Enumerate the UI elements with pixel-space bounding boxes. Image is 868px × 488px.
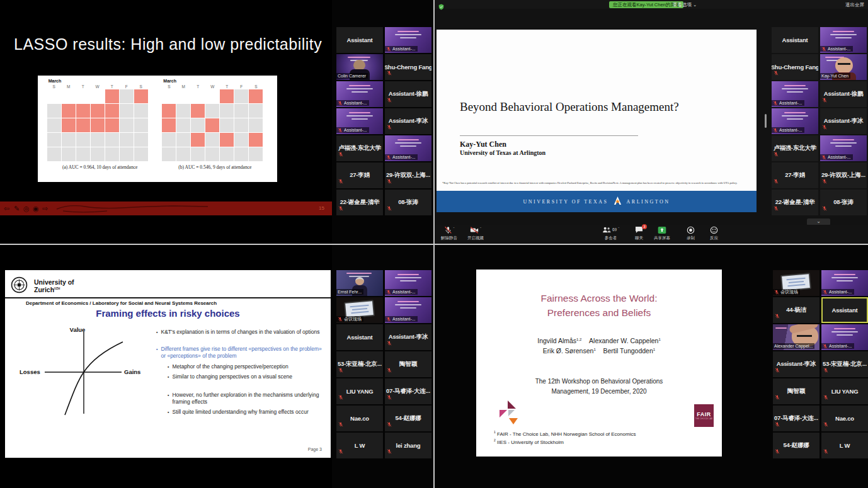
participant-tile[interactable]: Nae.co — [336, 406, 383, 431]
participant-strip: AssistantAssistant-...Colin CamererShu-C… — [336, 27, 431, 215]
calendar-cell-absent — [249, 147, 263, 161]
bullet-text: Metaphor of the changing perspective/per… — [172, 363, 288, 370]
participant-tile[interactable]: 53-宋亚楠-北京... — [336, 351, 383, 377]
participant-name: 08-张涛 — [385, 190, 431, 215]
participant-name: lei zhang — [385, 433, 431, 458]
calendar-month-label: March — [163, 79, 268, 83]
participant-tile[interactable]: 22-谢金星-清华 — [336, 190, 383, 215]
participant-tile[interactable]: Assistant — [336, 324, 383, 350]
participant-tile[interactable]: Assistant-李冰 — [820, 108, 867, 134]
participant-tile[interactable]: Assistant-李冰 — [385, 108, 431, 134]
participant-tile[interactable]: 卢福强-东北大学 — [336, 135, 383, 161]
mic-muted-indicator — [774, 175, 779, 186]
bullet-text: However, no further exploration in the m… — [172, 392, 326, 406]
chevron-up-icon[interactable]: ˆ — [480, 226, 481, 231]
mic-muted-indicator — [775, 391, 780, 402]
mic-muted-icon — [386, 317, 391, 322]
participant-tile[interactable]: Assistant — [336, 27, 383, 53]
calendar-cell-absent — [62, 147, 76, 161]
calendar-cell-attended — [162, 118, 176, 132]
participant-tile[interactable]: Assistant-... — [336, 108, 383, 134]
participant-tile[interactable]: L W — [821, 433, 868, 458]
arrow-left-icon: ⇦ — [4, 204, 9, 213]
mic-muted-icon — [387, 449, 392, 454]
participant-tile[interactable]: Assistant-... — [821, 270, 868, 296]
participant-tile[interactable]: 会议现场 — [336, 297, 383, 323]
participant-tile[interactable]: Shu-Cherng Fang — [385, 54, 431, 80]
participant-tile[interactable]: Assistant-... — [385, 270, 431, 296]
slide-affiliation: University of Texas at Arlington — [460, 149, 545, 156]
participant-name: Assistant-... — [392, 46, 416, 52]
mic-muted-icon — [386, 290, 391, 295]
participant-tile[interactable]: Shu-Cherng Fang — [772, 54, 818, 80]
participant-tile[interactable]: Assistant-... — [336, 81, 383, 107]
participant-tile[interactable]: Assistant-... — [385, 27, 431, 53]
participant-tile[interactable]: Assistant-... — [772, 81, 818, 107]
participant-name: Shu-Cherng Fang — [385, 54, 431, 80]
calendar-cell-empty — [191, 89, 205, 103]
participant-tile[interactable]: Alexander Cappel... — [773, 324, 819, 350]
panel-scrollbar[interactable] — [765, 114, 767, 128]
toolbar-chat-button[interactable]: 3聊天 — [635, 226, 643, 241]
participant-tile[interactable]: 54-赵娜娜 — [385, 406, 431, 431]
participant-tile[interactable]: Assistant-... — [385, 297, 431, 323]
participant-tile[interactable]: 29-许双双-上海... — [385, 162, 431, 188]
participant-tile[interactable]: 53-宋亚楠-北京... — [821, 351, 868, 377]
participant-tile[interactable]: Assistant-... — [821, 324, 868, 350]
participant-tile[interactable]: 08-张涛 — [820, 190, 867, 215]
record-icon — [687, 226, 695, 235]
participant-tile[interactable]: Assistant-李冰 — [385, 324, 431, 350]
view-options-menu[interactable]: 查看选项 ⌄ — [673, 2, 697, 8]
chevron-up-icon[interactable]: ˆ — [454, 226, 455, 231]
chevron-up-icon[interactable]: ˆ — [618, 226, 619, 231]
toolbar-reactions-button[interactable]: 反应 — [710, 226, 718, 241]
participant-tile[interactable]: 27-李娟 — [336, 162, 383, 188]
participant-tile[interactable]: 08-张涛 — [385, 190, 431, 215]
participant-tile[interactable]: LIU YANG — [336, 378, 383, 404]
author-name: Alexander W. Cappelen1 — [589, 337, 661, 344]
toolbar-video-off-button[interactable]: ˆ开启视频 — [467, 226, 484, 241]
participant-tile[interactable]: 07-马睿泽-大连... — [385, 378, 431, 404]
participant-tile[interactable]: 陶智颖 — [773, 378, 819, 404]
participant-tile[interactable]: 22-谢金星-清华 — [772, 190, 818, 215]
toolbar-share-screen-button[interactable]: 共享屏幕 — [654, 226, 670, 241]
participant-tile[interactable]: Assistant-... — [820, 27, 867, 53]
participant-tile[interactable]: 29-许双双-上海... — [820, 162, 867, 188]
participant-tile[interactable]: 44-杨洁 — [773, 297, 819, 323]
participant-tile[interactable]: Assistant — [772, 27, 818, 53]
participant-tile[interactable]: Ernst Fehr... — [336, 270, 383, 296]
participant-tile[interactable]: 27-李娟 — [772, 162, 818, 188]
bullet-item: ▪K&T's explanation is in terms of change… — [156, 329, 326, 336]
day-header: F — [234, 84, 248, 89]
participant-tile[interactable]: 陶智颖 — [385, 351, 431, 377]
participant-tile[interactable]: Assistant — [821, 297, 868, 323]
participant-tile[interactable]: 54-赵娜娜 — [773, 433, 819, 458]
participant-tile[interactable]: Kay-Yut Chen — [820, 54, 867, 80]
header-rule — [5, 297, 331, 298]
toolbar-record-button[interactable]: 录制 — [687, 226, 695, 241]
calendar-cell-absent — [120, 104, 134, 118]
participant-tile[interactable]: 会议现场 — [773, 270, 819, 296]
participant-tile[interactable]: 卢福强-东北大学 — [772, 135, 818, 161]
slide-title: Framing effects in risky choices — [5, 308, 331, 319]
participant-name-overlay: Assistant-... — [336, 100, 369, 106]
bullet-item: ▪Different frames give rise to different… — [156, 346, 326, 360]
calendar-cell-absent — [47, 133, 61, 147]
participant-tile[interactable]: LIU YANG — [821, 378, 868, 404]
participant-tile[interactable]: Colin Camerer — [336, 54, 383, 80]
mic-muted-indicator — [387, 418, 392, 429]
participant-tile[interactable]: 07-马睿泽-大连... — [773, 406, 819, 431]
exit-fullscreen-button[interactable]: 退出全屏 — [845, 2, 864, 8]
participant-tile[interactable]: Assistant-徐鹏 — [820, 81, 867, 107]
participant-tile[interactable]: Assistant-... — [385, 135, 431, 161]
participant-tile[interactable]: lei zhang — [385, 433, 431, 458]
participant-tile[interactable]: L W — [336, 433, 383, 458]
participant-tile[interactable]: Assistant-... — [820, 135, 867, 161]
participant-tile[interactable]: Assistant-李冰 — [773, 351, 819, 377]
toolbar-mic-off-button[interactable]: ˆ解除静音 — [441, 226, 457, 241]
security-shield-icon[interactable] — [438, 1, 444, 13]
participant-tile[interactable]: Nae.co — [821, 406, 868, 431]
participant-tile[interactable]: Assistant-... — [772, 108, 818, 134]
participant-tile[interactable]: Assistant-徐鹏 — [385, 81, 431, 107]
toolbar-participants-button[interactable]: 69ˆ参会者 — [602, 226, 619, 241]
